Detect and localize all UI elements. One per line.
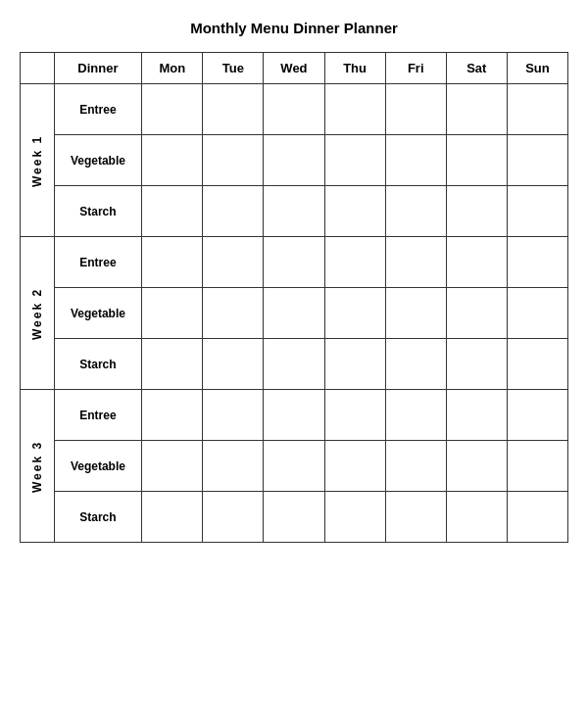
cell-week1-entree-day5[interactable] — [385, 84, 446, 135]
week-1-vegetable-label: Vegetable — [54, 135, 142, 186]
table-row: Starch — [21, 186, 568, 237]
cell-week2-vegetable-day6[interactable] — [446, 288, 507, 339]
cell-week3-vegetable-day1[interactable] — [142, 441, 203, 492]
cell-week1-entree-day3[interactable] — [264, 84, 324, 135]
cell-week3-starch-day5[interactable] — [385, 492, 446, 543]
page-title: Monthly Menu Dinner Planner — [20, 20, 568, 36]
table-row: Vegetable — [21, 441, 568, 492]
header-mon: Mon — [142, 53, 203, 84]
cell-week2-vegetable-day4[interactable] — [324, 288, 385, 339]
cell-week2-entree-day5[interactable] — [385, 237, 446, 288]
cell-week2-starch-day2[interactable] — [203, 339, 264, 390]
cell-week2-starch-day3[interactable] — [264, 339, 324, 390]
cell-week3-starch-day7[interactable] — [507, 492, 567, 543]
cell-week1-starch-day2[interactable] — [203, 186, 264, 237]
cell-week3-starch-day2[interactable] — [203, 492, 264, 543]
week-1-entree-label: Entree — [54, 84, 142, 135]
table-row: Vegetable — [21, 135, 568, 186]
cell-week3-vegetable-day7[interactable] — [507, 441, 567, 492]
cell-week1-entree-day4[interactable] — [324, 84, 385, 135]
cell-week3-vegetable-day6[interactable] — [446, 441, 507, 492]
cell-week1-starch-day4[interactable] — [324, 186, 385, 237]
week-3-starch-label: Starch — [54, 492, 142, 543]
header-tue: Tue — [203, 53, 264, 84]
cell-week1-vegetable-day3[interactable] — [264, 135, 324, 186]
cell-week2-starch-day5[interactable] — [385, 339, 446, 390]
cell-week2-entree-day4[interactable] — [324, 237, 385, 288]
cell-week2-vegetable-day5[interactable] — [385, 288, 446, 339]
cell-week3-starch-day1[interactable] — [142, 492, 203, 543]
cell-week3-starch-day6[interactable] — [446, 492, 507, 543]
cell-week1-starch-day1[interactable] — [142, 186, 203, 237]
cell-week2-entree-day7[interactable] — [507, 237, 567, 288]
cell-week1-vegetable-day2[interactable] — [203, 135, 264, 186]
week-1-label: Week 1 — [21, 84, 55, 237]
cell-week3-vegetable-day5[interactable] — [385, 441, 446, 492]
cell-week3-entree-day5[interactable] — [385, 390, 446, 441]
table-row: Starch — [21, 492, 568, 543]
header-sun: Sun — [507, 53, 567, 84]
header-thu: Thu — [324, 53, 385, 84]
cell-week2-vegetable-day3[interactable] — [264, 288, 324, 339]
cell-week1-entree-day6[interactable] — [446, 84, 507, 135]
week-3-vegetable-label: Vegetable — [54, 441, 142, 492]
cell-week3-entree-day1[interactable] — [142, 390, 203, 441]
cell-week2-starch-day7[interactable] — [507, 339, 567, 390]
table-row: Vegetable — [21, 288, 568, 339]
cell-week1-entree-day1[interactable] — [142, 84, 203, 135]
cell-week3-entree-day6[interactable] — [446, 390, 507, 441]
cell-week3-entree-day7[interactable] — [507, 390, 567, 441]
table-row: Week 3Entree — [21, 390, 568, 441]
header-row: Dinner Mon Tue Wed Thu Fri Sat Sun — [21, 53, 568, 84]
cell-week1-vegetable-day6[interactable] — [446, 135, 507, 186]
cell-week2-starch-day6[interactable] — [446, 339, 507, 390]
page-wrapper: Monthly Menu Dinner Planner Dinner Mon T… — [20, 20, 568, 543]
cell-week2-vegetable-day1[interactable] — [142, 288, 203, 339]
corner-cell — [21, 53, 55, 84]
cell-week2-starch-day4[interactable] — [324, 339, 385, 390]
week-2-starch-label: Starch — [54, 339, 142, 390]
cell-week2-starch-day1[interactable] — [142, 339, 203, 390]
cell-week2-entree-day6[interactable] — [446, 237, 507, 288]
cell-week3-entree-day4[interactable] — [324, 390, 385, 441]
week-2-entree-label: Entree — [54, 237, 142, 288]
cell-week2-vegetable-day7[interactable] — [507, 288, 567, 339]
planner-table: Dinner Mon Tue Wed Thu Fri Sat Sun Week … — [20, 52, 568, 543]
cell-week2-entree-day1[interactable] — [142, 237, 203, 288]
cell-week3-starch-day3[interactable] — [264, 492, 324, 543]
cell-week3-vegetable-day4[interactable] — [324, 441, 385, 492]
header-sat: Sat — [446, 53, 507, 84]
cell-week1-starch-day3[interactable] — [264, 186, 324, 237]
cell-week1-vegetable-day4[interactable] — [324, 135, 385, 186]
cell-week3-vegetable-day2[interactable] — [203, 441, 264, 492]
cell-week2-vegetable-day2[interactable] — [203, 288, 264, 339]
cell-week1-starch-day7[interactable] — [507, 186, 567, 237]
header-fri: Fri — [385, 53, 446, 84]
cell-week1-starch-day5[interactable] — [385, 186, 446, 237]
week-2-vegetable-label: Vegetable — [54, 288, 142, 339]
cell-week1-starch-day6[interactable] — [446, 186, 507, 237]
cell-week3-vegetable-day3[interactable] — [264, 441, 324, 492]
table-row: Week 1Entree — [21, 84, 568, 135]
week-3-entree-label: Entree — [54, 390, 142, 441]
dinner-header: Dinner — [54, 53, 142, 84]
header-wed: Wed — [264, 53, 324, 84]
cell-week1-entree-day2[interactable] — [203, 84, 264, 135]
cell-week1-entree-day7[interactable] — [507, 84, 567, 135]
week-2-label: Week 2 — [21, 237, 55, 390]
table-row: Week 2Entree — [21, 237, 568, 288]
cell-week1-vegetable-day7[interactable] — [507, 135, 567, 186]
cell-week1-vegetable-day1[interactable] — [142, 135, 203, 186]
week-3-label: Week 3 — [21, 390, 55, 543]
cell-week1-vegetable-day5[interactable] — [385, 135, 446, 186]
table-row: Starch — [21, 339, 568, 390]
cell-week3-starch-day4[interactable] — [324, 492, 385, 543]
cell-week2-entree-day2[interactable] — [203, 237, 264, 288]
cell-week3-entree-day2[interactable] — [203, 390, 264, 441]
cell-week2-entree-day3[interactable] — [264, 237, 324, 288]
cell-week3-entree-day3[interactable] — [264, 390, 324, 441]
week-1-starch-label: Starch — [54, 186, 142, 237]
